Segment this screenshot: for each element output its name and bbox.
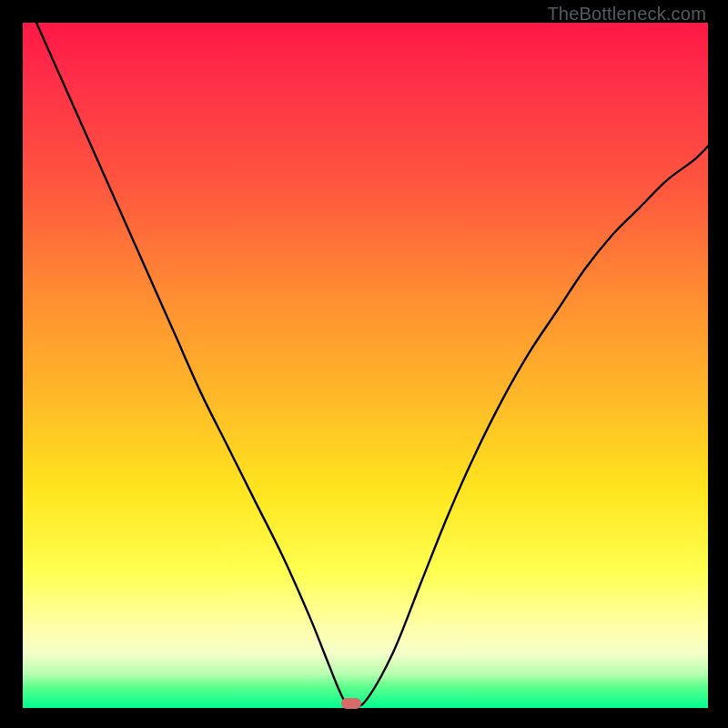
chart-frame: TheBottleneck.com [0, 0, 728, 728]
watermark-text: TheBottleneck.com [547, 4, 706, 25]
minimum-marker [341, 698, 361, 709]
plot-area [23, 23, 708, 708]
bottleneck-curve [23, 23, 708, 708]
